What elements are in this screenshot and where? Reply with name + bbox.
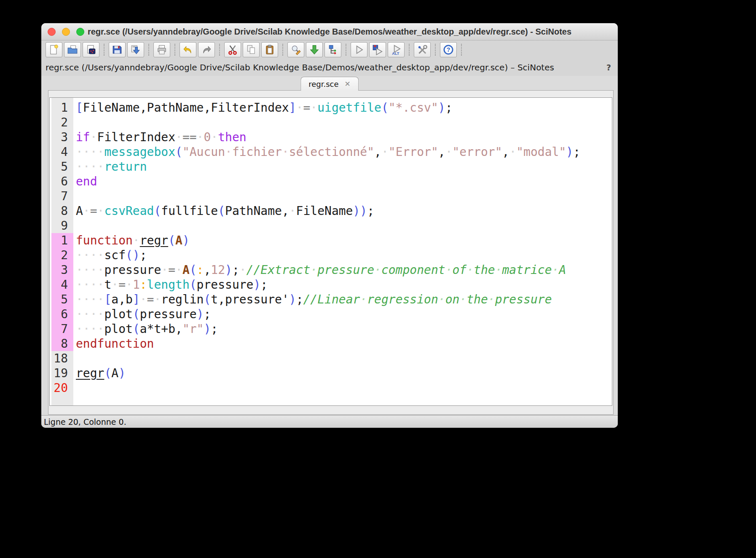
line-number: 1 [51,233,73,248]
code-navigator-icon [327,44,339,55]
line-number: 5 [51,159,73,174]
code-line[interactable]: 19regr(A) [50,366,612,381]
save-and-execute-button[interactable] [369,42,386,57]
preferences-button[interactable] [414,42,431,57]
caret-position-status: Ligne 20, Colonne 0. [44,417,126,427]
code-line-text: regr(A) [73,366,126,381]
code-line[interactable]: 5····return [50,159,612,174]
tab-regr-sce[interactable]: regr.sce ✕ [300,77,359,91]
redo-button[interactable] [198,42,215,57]
save-button[interactable] [109,42,126,57]
line-number: 2 [51,248,73,263]
minimize-button[interactable] [62,28,70,36]
code-line-text: function·regr(A) [73,233,190,248]
code-line[interactable]: 7 [50,189,612,204]
line-number: 6 [51,307,73,322]
toolbar-separator [219,44,220,56]
code-line-text [73,189,76,204]
save-as-button[interactable] [127,42,144,57]
tab-strip: regr.sce ✕ [41,76,618,90]
code-line-text: end [73,174,97,189]
line-number: 1 [51,100,73,115]
code-line[interactable]: 2 [50,115,612,130]
code-line[interactable]: 9 [50,218,612,233]
code-line[interactable]: 18 [50,351,612,366]
tools-icon [416,44,428,55]
open-source-file-button[interactable] [83,42,99,57]
code-line-text: if·FilterIndex·==·0·then [73,130,247,145]
print-icon [156,44,168,55]
new-file-icon [48,44,60,55]
code-line-text: ····scf(); [73,248,147,263]
tab-pane: 1[FileName,PathName,FilterIndex]·=·uiget… [48,90,614,415]
code-line[interactable]: 6end [50,174,612,189]
code-line[interactable]: 1function·regr(A) [50,233,612,248]
code-line[interactable]: 8A·=·csvRead(fullfile(PathName,·FileName… [50,204,612,218]
code-line[interactable]: 5····[a,b]·=·reglin(t,pressure');//Linea… [50,292,612,307]
code-line-text: ····plot(pressure); [73,307,211,322]
line-number: 4 [51,145,73,159]
line-number: 7 [51,189,73,204]
cut-button[interactable] [224,42,241,57]
code-line-text [73,381,76,395]
close-button[interactable] [48,28,56,36]
new-file-button[interactable] [46,42,62,57]
toolbar-separator [104,44,105,56]
toolbar-separator [174,44,175,56]
code-line[interactable]: 2····scf(); [50,248,612,263]
toolbar: ALT ? [41,40,618,59]
line-number: 8 [51,204,73,218]
code-editor[interactable]: 1[FileName,PathName,FilterIndex]·=·uiget… [49,97,612,406]
copy-button[interactable] [243,42,260,57]
code-line[interactable]: 4····t·=·1:length(pressure); [50,277,612,292]
line-number: 4 [51,277,73,292]
find-replace-button[interactable] [287,42,304,57]
paste-icon [264,44,276,55]
title-bar[interactable]: regr.sce (/Users/yanndebray/Google Drive… [41,23,618,40]
code-line-text [73,351,76,366]
line-number: 3 [51,263,73,277]
code-line[interactable]: 1[FileName,PathName,FilterIndex]·=·uiget… [50,100,612,115]
code-line[interactable]: 3····pressure·=·A(:,12);·//Extract·press… [50,263,612,277]
execute-until-caret-button[interactable]: ALT [388,42,405,57]
scinotes-window: regr.sce (/Users/yanndebray/Google Drive… [41,23,618,428]
pathbar-help-button[interactable]: ? [606,63,611,72]
code-line-text: endfunction [73,336,154,351]
undo-button[interactable] [180,42,196,57]
code-line-text: ····t·=·1:length(pressure); [73,277,268,292]
code-navigator-button[interactable] [324,42,341,57]
code-line-text [73,115,76,130]
traffic-lights [48,23,84,40]
code-line[interactable]: 6····plot(pressure); [50,307,612,322]
code-line-text [73,218,76,233]
toolbar-separator [435,44,436,56]
execute-button[interactable] [351,42,367,57]
code-line[interactable]: 4····messagebox("Aucun·fichier·sélection… [50,145,612,159]
toolbar-separator [409,44,410,56]
line-number: 19 [51,366,73,381]
code-line[interactable]: 3if·FilterIndex·==·0·then [50,130,612,145]
zoom-button[interactable] [76,28,84,36]
paste-button[interactable] [261,42,278,57]
svg-text:?: ? [447,46,450,53]
line-number: 8 [51,336,73,351]
code-line-text: [FileName,PathName,FilterIndex]·=·uigetf… [73,100,452,115]
help-icon: ? [442,44,454,55]
open-file-button[interactable] [64,42,81,57]
code-line[interactable]: 8endfunction [50,336,612,351]
print-button[interactable] [153,42,170,57]
line-number: 18 [51,351,73,366]
help-button[interactable]: ? [440,42,457,57]
toolbar-separator [148,44,149,56]
tab-close-icon[interactable]: ✕ [345,80,351,88]
toolbar-separator [346,44,346,56]
line-number: 2 [51,115,73,130]
load-into-scilab-button[interactable] [306,42,323,57]
line-number: 3 [51,130,73,145]
code-line-text: ····messagebox("Aucun·fichier·sélectionn… [73,145,580,159]
code-line[interactable]: 20 [50,381,612,395]
code-line[interactable]: 7····plot(a*t+b,"r"); [50,322,612,336]
play-icon [353,44,365,55]
code-line-text: ····[a,b]·=·reglin(t,pressure');//Linear… [73,292,552,307]
code-line-text: ····return [73,159,147,174]
